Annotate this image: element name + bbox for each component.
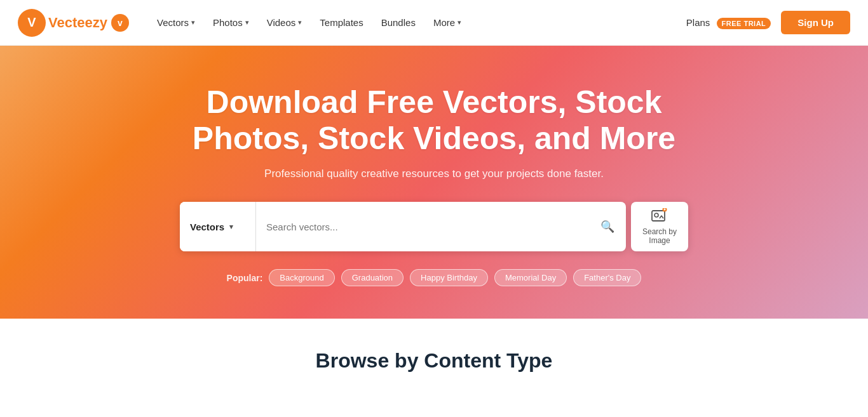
nav-item-photos[interactable]: Photos ▾ bbox=[205, 12, 257, 33]
chevron-down-icon: ▾ bbox=[458, 18, 461, 27]
nav-item-bundles[interactable]: Bundles bbox=[374, 12, 423, 33]
nav-item-more[interactable]: More ▾ bbox=[426, 12, 469, 33]
logo-text: Vecteezy bbox=[48, 15, 107, 31]
browse-title: Browse by Content Type bbox=[13, 349, 855, 373]
svg-point-1 bbox=[654, 213, 658, 217]
popular-tags-row: Popular: Background Graduation Happy Bir… bbox=[227, 269, 642, 286]
chevron-down-icon: ▾ bbox=[245, 18, 249, 27]
tag-happy-birthday[interactable]: Happy Birthday bbox=[410, 269, 488, 286]
free-trial-badge: FREE TRIAL bbox=[717, 18, 771, 29]
chevron-down-icon: ▾ bbox=[229, 223, 233, 231]
tag-background[interactable]: Background bbox=[269, 269, 334, 286]
plans-link[interactable]: Plans FREE TRIAL bbox=[686, 17, 771, 28]
nav-item-vectors[interactable]: Vectors ▾ bbox=[149, 12, 203, 33]
popular-label: Popular: bbox=[227, 273, 263, 283]
tag-graduation[interactable]: Graduation bbox=[341, 269, 403, 286]
image-search-icon bbox=[651, 208, 668, 225]
nav-links: Vectors ▾ Photos ▾ Videos ▾ Templates Bu… bbox=[149, 12, 686, 33]
logo-v2-icon: v bbox=[111, 14, 129, 32]
hero-title: Download Free Vectors, Stock Photos, Sto… bbox=[186, 84, 682, 157]
logo-link[interactable]: V Vecteezy v bbox=[18, 9, 129, 37]
nav-item-videos[interactable]: Videos ▾ bbox=[259, 12, 310, 33]
search-bar: Vectors ▾ 🔍 bbox=[180, 202, 626, 252]
signup-button[interactable]: Sign Up bbox=[781, 11, 850, 34]
chevron-down-icon: ▾ bbox=[191, 18, 195, 27]
tag-fathers-day[interactable]: Father's Day bbox=[573, 269, 641, 286]
logo-icon: V bbox=[18, 9, 46, 37]
navbar: V Vecteezy v Vectors ▾ Photos ▾ Videos ▾… bbox=[0, 0, 868, 46]
search-container: Vectors ▾ 🔍 Search by Im bbox=[180, 202, 688, 252]
search-submit-button[interactable]: 🔍 bbox=[589, 202, 626, 252]
tag-memorial-day[interactable]: Memorial Day bbox=[494, 269, 567, 286]
hero-section: Download Free Vectors, Stock Photos, Sto… bbox=[0, 46, 868, 319]
chevron-down-icon: ▾ bbox=[298, 18, 302, 27]
hero-subtitle: Professional quality creative resources … bbox=[264, 168, 604, 180]
nav-item-templates[interactable]: Templates bbox=[312, 12, 370, 33]
search-input[interactable] bbox=[256, 202, 589, 252]
search-icon: 🔍 bbox=[600, 220, 614, 234]
search-by-image-button[interactable]: Search by Image bbox=[631, 202, 688, 252]
search-type-label: Vectors bbox=[190, 222, 224, 232]
nav-right: Plans FREE TRIAL Sign Up bbox=[686, 11, 850, 34]
search-type-dropdown[interactable]: Vectors ▾ bbox=[180, 202, 256, 252]
browse-section: Browse by Content Type bbox=[0, 319, 868, 385]
search-image-label: Search by Image bbox=[642, 227, 677, 246]
